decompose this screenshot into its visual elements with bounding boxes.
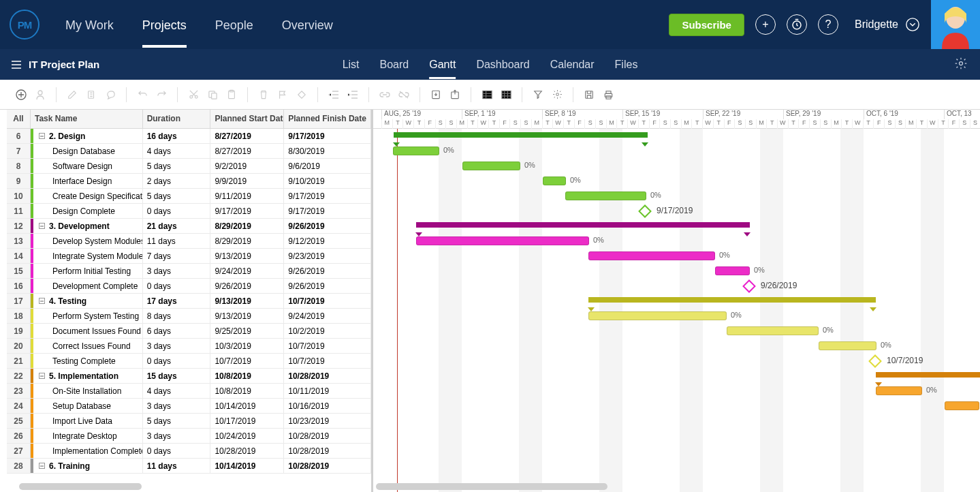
task-row[interactable]: 7Design Database4 days8/27/20198/30/2019 <box>7 144 371 159</box>
task-row[interactable]: 123. Development21 days8/29/20199/26/201… <box>7 219 371 234</box>
progress-label: 0% <box>593 236 604 244</box>
import-icon[interactable] <box>428 87 443 102</box>
task-bar[interactable] <box>416 236 589 245</box>
tab-calendar[interactable]: Calendar <box>550 50 595 79</box>
col-duration[interactable]: Duration <box>143 110 211 128</box>
toolbar <box>0 80 980 110</box>
tab-board[interactable]: Board <box>380 50 409 79</box>
milestone-marker[interactable] <box>868 354 882 368</box>
undo-icon <box>135 87 150 102</box>
task-name: Design Complete <box>52 206 115 216</box>
col-start[interactable]: Planned Start Date <box>210 110 284 128</box>
tab-gantt[interactable]: Gantt <box>429 50 456 79</box>
gantt-scrollbar[interactable] <box>376 483 607 490</box>
outdent-icon <box>326 87 341 102</box>
collapse-toggle[interactable] <box>39 463 45 469</box>
options-icon[interactable] <box>550 87 565 102</box>
nav-projects[interactable]: Projects <box>142 2 187 48</box>
task-row[interactable]: 10Create Design Specifications5 days9/11… <box>7 189 371 204</box>
collapse-toggle[interactable] <box>39 373 45 379</box>
task-row[interactable]: 62. Design16 days8/27/20199/17/2019 <box>7 129 371 144</box>
task-row[interactable]: 18Perform System Testing8 days9/13/20199… <box>7 309 371 324</box>
task-bar[interactable] <box>727 326 819 335</box>
task-bar[interactable] <box>462 162 520 170</box>
task-row[interactable]: 20Correct Issues Found3 days10/3/201910/… <box>7 339 371 354</box>
summary-bar[interactable] <box>416 222 750 228</box>
nav-people[interactable]: People <box>215 2 253 48</box>
project-title-area[interactable]: IT Project Plan <box>0 59 99 70</box>
tab-list[interactable]: List <box>343 50 360 79</box>
task-bar[interactable] <box>588 251 715 260</box>
task-row[interactable]: 21Testing Complete0 days10/7/201910/7/20… <box>7 354 371 369</box>
task-row[interactable]: 23On-Site Installation4 days10/8/201910/… <box>7 384 371 399</box>
week-label: SEP, 8 '19 <box>542 110 576 119</box>
task-row[interactable]: 19Document Issues Found6 days9/25/201910… <box>7 324 371 339</box>
timer-icon[interactable] <box>787 14 807 35</box>
week-label: SEP, 22 '19 <box>703 110 740 119</box>
gantt-chart[interactable]: AUG, 25 '19SEP, 1 '19SEP, 8 '19SEP, 15 '… <box>373 110 980 492</box>
table-icon[interactable] <box>499 87 513 102</box>
task-row[interactable]: 13Develop System Modules11 days8/29/2019… <box>7 234 371 249</box>
tab-dashboard[interactable]: Dashboard <box>476 50 529 79</box>
task-bar[interactable] <box>543 176 566 185</box>
task-bar[interactable] <box>715 266 750 275</box>
nav-my-work[interactable]: My Work <box>65 2 114 48</box>
grid-view-icon[interactable] <box>479 87 494 102</box>
task-bar[interactable] <box>819 341 876 350</box>
milestone-marker[interactable] <box>742 279 756 293</box>
copy-icon <box>84 87 99 102</box>
svg-rect-15 <box>482 91 491 98</box>
print-icon[interactable] <box>601 87 616 102</box>
logo[interactable]: PM <box>0 10 49 40</box>
svg-rect-18 <box>586 91 593 98</box>
nav-overview[interactable]: Overview <box>282 2 333 48</box>
project-title: IT Project Plan <box>29 59 99 70</box>
export-icon[interactable] <box>447 87 462 102</box>
task-row[interactable]: 16Development Complete0 days9/26/20199/2… <box>7 279 371 294</box>
summary-bar[interactable] <box>394 132 648 138</box>
task-row[interactable]: 11Design Complete0 days9/17/20199/17/201… <box>7 204 371 219</box>
task-row[interactable]: 286. Training11 days10/14/201910/28/2019 <box>7 459 371 474</box>
task-row[interactable]: 24Setup Database3 days10/14/201910/16/20… <box>7 399 371 414</box>
task-bar[interactable] <box>565 191 646 200</box>
task-bar[interactable] <box>945 401 979 410</box>
help-icon[interactable]: ? <box>818 14 838 35</box>
add-button[interactable]: + <box>755 14 776 35</box>
indent-icon <box>345 87 360 102</box>
task-row[interactable]: 25Import Live Data5 days10/17/201910/23/… <box>7 414 371 429</box>
task-row[interactable]: 26Integrate Desktop3 days10/24/201910/28… <box>7 429 371 444</box>
grid-scrollbar[interactable] <box>19 483 142 490</box>
col-task-name[interactable]: Task Name <box>31 110 143 128</box>
task-bar[interactable] <box>876 386 922 395</box>
tab-files[interactable]: Files <box>615 50 638 79</box>
user-menu[interactable]: Bridgette <box>855 17 920 32</box>
task-row[interactable]: 225. Implementation15 days10/8/201910/28… <box>7 369 371 384</box>
task-row[interactable]: 9Interface Design2 days9/9/20199/10/2019 <box>7 174 371 189</box>
col-finish[interactable]: Planned Finish Date <box>284 110 371 128</box>
collapse-toggle[interactable] <box>39 133 45 139</box>
task-row[interactable]: 14Integrate System Modules7 days9/13/201… <box>7 249 371 264</box>
task-name: Development Complete <box>52 281 138 291</box>
svg-rect-16 <box>501 91 510 98</box>
task-bar[interactable] <box>393 147 439 155</box>
task-row[interactable]: 174. Testing17 days9/13/201910/7/2019 <box>7 294 371 309</box>
settings-icon[interactable] <box>954 57 968 73</box>
avatar[interactable] <box>931 0 980 49</box>
collapse-toggle[interactable] <box>39 298 45 304</box>
chevron-down-icon <box>905 17 920 32</box>
filter-icon[interactable] <box>531 87 546 102</box>
task-row[interactable]: 8Software Design5 days9/2/20199/6/2019 <box>7 159 371 174</box>
task-name: 3. Development <box>49 221 110 231</box>
col-all[interactable]: All <box>7 110 31 128</box>
add-task-icon[interactable] <box>14 87 29 102</box>
save-icon[interactable] <box>582 87 597 102</box>
progress-label: 0% <box>719 251 730 259</box>
task-row[interactable]: 15Perform Initial Testing3 days9/24/2019… <box>7 264 371 279</box>
milestone-marker[interactable] <box>638 204 652 218</box>
collapse-toggle[interactable] <box>39 223 45 229</box>
task-row[interactable]: 27Implementation Complete0 days10/28/201… <box>7 444 371 459</box>
summary-bar[interactable] <box>588 297 876 303</box>
summary-bar[interactable] <box>876 372 980 378</box>
task-bar[interactable] <box>588 311 727 320</box>
subscribe-button[interactable]: Subscribe <box>669 14 744 36</box>
